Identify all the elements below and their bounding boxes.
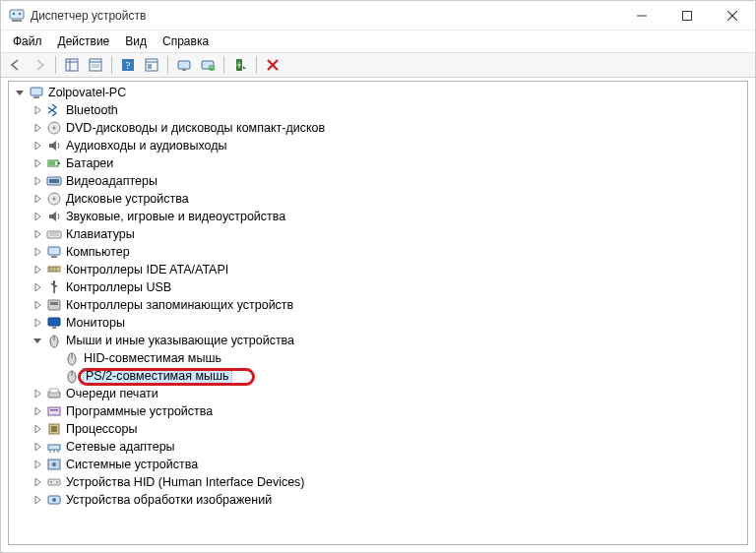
tree-label: Системные устройства <box>66 458 198 471</box>
app-icon <box>9 8 25 24</box>
svg-point-30 <box>53 127 56 130</box>
category-icon <box>46 226 62 242</box>
properties-pane-button[interactable] <box>85 54 106 76</box>
action-button[interactable] <box>141 54 162 76</box>
category-icon <box>46 474 62 490</box>
mouse-icon <box>64 368 80 384</box>
tree-category[interactable]: Аудиовходы и аудиовыходы <box>9 137 747 154</box>
category-icon <box>46 173 62 189</box>
device-tree[interactable]: Zolpovatel-PC BluetoothDVD-дисководы и д… <box>8 81 748 545</box>
category-icon <box>46 120 62 136</box>
tree-device-ps2-mouse[interactable]: PS/2-совместимая мышь <box>9 367 747 385</box>
chevron-right-icon[interactable] <box>31 458 44 471</box>
svg-rect-3 <box>12 20 22 22</box>
tree-label: Устройства HID (Human Interface Devices) <box>66 475 305 489</box>
chevron-right-icon[interactable] <box>31 156 44 170</box>
category-icon <box>46 403 62 419</box>
menu-view[interactable]: Вид <box>117 32 155 50</box>
tree-category[interactable]: Звуковые, игровые и видеоустройства <box>9 208 747 225</box>
chevron-right-icon[interactable] <box>31 422 44 436</box>
menubar: Файл Действие Вид Справка <box>1 31 755 52</box>
svg-rect-35 <box>49 179 59 183</box>
uninstall-button[interactable] <box>262 54 284 76</box>
tree-category[interactable]: Дисковые устройства <box>9 190 747 208</box>
chevron-right-icon[interactable] <box>31 298 44 312</box>
tree-label: Контроллеры запоминающих устройств <box>66 298 293 312</box>
menu-help[interactable]: Справка <box>155 32 217 50</box>
add-legacy-button[interactable] <box>229 54 251 76</box>
tree-category[interactable]: Мониторы <box>9 314 747 332</box>
tree-category[interactable]: Процессоры <box>9 420 747 438</box>
tree-category[interactable]: Контроллеры USB <box>9 278 747 296</box>
tree-category[interactable]: Батареи <box>9 154 747 172</box>
chevron-down-icon[interactable] <box>13 86 27 99</box>
chevron-right-icon[interactable] <box>31 192 44 206</box>
tree-category[interactable]: Клавиатуры <box>9 225 747 243</box>
computer-icon <box>29 85 44 100</box>
chevron-right-icon[interactable] <box>31 316 44 330</box>
svg-rect-21 <box>182 69 186 71</box>
tree-label: Устройства обработки изображений <box>66 493 272 507</box>
chevron-right-icon[interactable] <box>31 227 44 241</box>
tree-category[interactable]: Сетевые адаптеры <box>9 438 747 456</box>
tree-category[interactable]: Очереди печати <box>9 385 747 402</box>
toolbar-separator <box>111 56 112 74</box>
tree-root[interactable]: Zolpovatel-PC <box>9 84 747 101</box>
svg-rect-33 <box>49 161 55 165</box>
tree-category[interactable]: Устройства HID (Human Interface Devices) <box>9 473 747 491</box>
tree-label: Очереди печати <box>66 387 158 400</box>
tree-category[interactable]: Устройства обработки изображений <box>9 491 747 509</box>
help-button[interactable]: ? <box>117 54 139 76</box>
menu-file[interactable]: Файл <box>5 32 50 50</box>
chevron-down-icon[interactable] <box>31 334 44 347</box>
scan-hardware-button[interactable] <box>173 54 195 76</box>
mouse-icon <box>46 333 62 348</box>
tree-label: Батареи <box>66 156 113 170</box>
chevron-right-icon[interactable] <box>31 210 44 223</box>
category-icon <box>46 209 62 224</box>
svg-rect-59 <box>50 389 58 393</box>
chevron-right-icon[interactable] <box>31 121 44 135</box>
svg-point-69 <box>52 462 56 466</box>
show-hide-tree-button[interactable] <box>61 54 83 76</box>
tree-label: Мониторы <box>66 316 125 330</box>
tree-category[interactable]: DVD-дисководы и дисководы компакт-дисков <box>9 119 747 137</box>
chevron-right-icon[interactable] <box>31 174 44 188</box>
svg-point-74 <box>52 498 56 502</box>
mouse-icon <box>64 350 80 366</box>
tree-label: Дисковые устройства <box>66 192 189 206</box>
chevron-right-icon[interactable] <box>31 404 44 418</box>
tree-category-mice[interactable]: Мыши и иные указывающие устройства <box>9 332 747 349</box>
svg-rect-42 <box>51 256 57 258</box>
chevron-right-icon[interactable] <box>31 387 44 400</box>
minimize-button[interactable] <box>619 1 664 30</box>
svg-rect-27 <box>31 88 42 95</box>
chevron-right-icon[interactable] <box>31 493 44 507</box>
close-button[interactable] <box>710 1 755 30</box>
tree-device-hid-mouse[interactable]: HID-совместимая мышь <box>9 349 747 367</box>
tree-category[interactable]: Компьютер <box>9 243 747 261</box>
tree-category[interactable]: Видеоадаптеры <box>9 172 747 190</box>
chevron-right-icon[interactable] <box>31 263 44 276</box>
update-driver-button[interactable] <box>197 54 219 76</box>
maximize-button[interactable] <box>664 1 710 30</box>
tree-label: Клавиатуры <box>66 227 135 241</box>
chevron-right-icon[interactable] <box>31 475 44 489</box>
svg-point-47 <box>53 280 55 282</box>
tree-category[interactable]: Контроллеры запоминающих устройств <box>9 296 747 314</box>
chevron-right-icon[interactable] <box>31 440 44 454</box>
tree-category[interactable]: Системные устройства <box>9 456 747 473</box>
chevron-right-icon[interactable] <box>31 103 44 117</box>
chevron-right-icon[interactable] <box>31 280 44 294</box>
forward-button[interactable] <box>29 54 50 76</box>
chevron-right-icon[interactable] <box>31 139 44 153</box>
menu-action[interactable]: Действие <box>50 32 118 50</box>
tree-category[interactable]: Контроллеры IDE ATA/ATAPI <box>9 261 747 278</box>
svg-rect-32 <box>58 162 60 164</box>
svg-rect-49 <box>50 302 58 305</box>
tree-category[interactable]: Bluetooth <box>9 101 747 119</box>
back-button[interactable] <box>5 54 27 76</box>
category-icon <box>46 191 62 207</box>
chevron-right-icon[interactable] <box>31 245 44 259</box>
tree-category[interactable]: Программные устройства <box>9 402 747 420</box>
